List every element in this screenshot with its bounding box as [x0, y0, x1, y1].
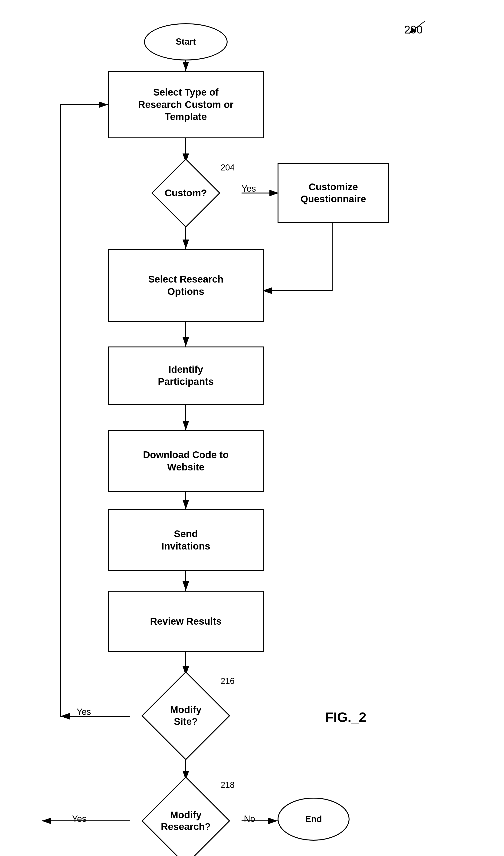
modify-research-label: ModifyResearch?: [161, 809, 211, 833]
select-type-rect: Select Type ofResearch Custom orTemplate: [108, 71, 264, 138]
modify-research-diamond-wrapper: ModifyResearch?: [130, 780, 241, 856]
send-label: SendInvitations: [161, 528, 210, 552]
yes-modify-site-label: Yes: [77, 707, 91, 717]
custom-diamond-label: Custom?: [165, 187, 207, 199]
download-label: Download Code toWebsite: [143, 449, 229, 473]
svg-line-18: [409, 21, 425, 34]
end-oval: End: [277, 798, 349, 841]
start-label: Start: [176, 36, 196, 48]
customize-rect: CustomizeQuestionnaire: [277, 163, 389, 223]
yes-modify-research-label: Yes: [72, 814, 86, 824]
yes-custom-label: Yes: [241, 184, 256, 194]
identify-rect: IdentifyParticipants: [108, 346, 264, 405]
customize-label: CustomizeQuestionnaire: [301, 181, 366, 205]
no-modify-research-label: No: [244, 814, 255, 824]
identify-label: IdentifyParticipants: [158, 363, 214, 388]
modify-site-label: ModifySite?: [170, 704, 201, 727]
fig-label: FIG._2: [325, 709, 366, 725]
review-rect: Review Results: [108, 590, 264, 652]
download-rect: Download Code toWebsite: [108, 430, 264, 492]
ref-arrow-svg: [402, 19, 430, 37]
select-options-rect: Select ResearchOptions: [108, 249, 264, 322]
start-oval: Start: [144, 23, 228, 61]
select-options-label: Select ResearchOptions: [148, 273, 224, 298]
custom-diamond-wrapper: Custom?: [132, 163, 239, 223]
flowchart-diagram: Start 202 Select Type ofResearch Custom …: [0, 0, 504, 856]
end-label: End: [305, 814, 322, 825]
select-type-label: Select Type ofResearch Custom orTemplate: [138, 86, 234, 123]
review-label: Review Results: [150, 615, 221, 628]
modify-site-diamond-wrapper: ModifySite?: [132, 675, 239, 756]
send-rect: SendInvitations: [108, 509, 264, 571]
